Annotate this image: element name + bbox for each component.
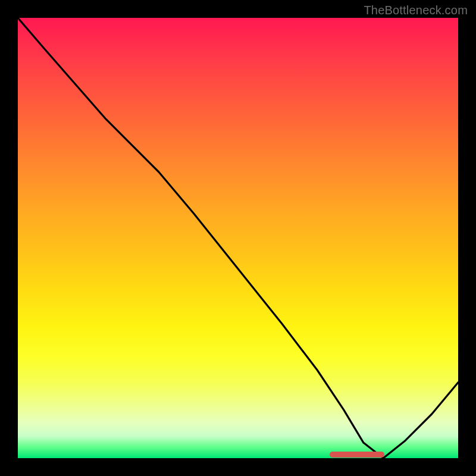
chart-frame: TheBottleneck.com (0, 0, 476, 476)
curve-layer (18, 18, 458, 458)
bottleneck-curve (18, 18, 458, 458)
watermark-text: TheBottleneck.com (364, 4, 468, 17)
plot-area (18, 18, 458, 458)
optimal-range-marker (330, 452, 384, 458)
